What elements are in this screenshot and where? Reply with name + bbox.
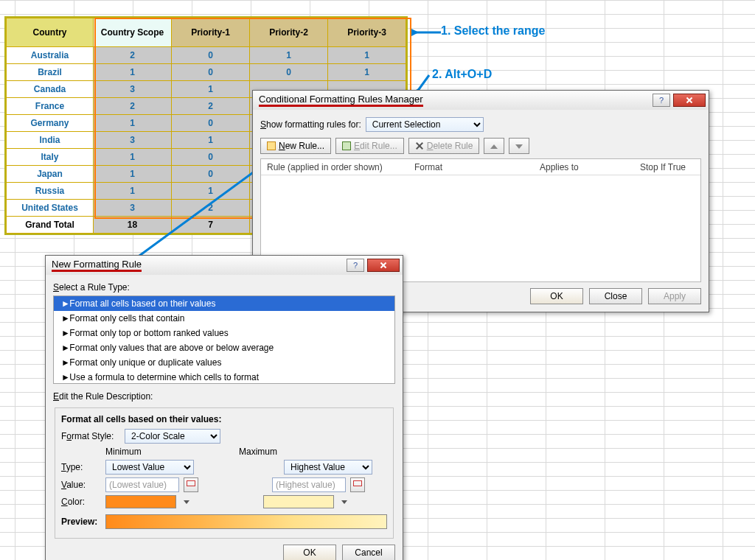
new-rule-icon [267,141,276,150]
apply-button[interactable]: Apply [648,288,701,304]
rule-type-item[interactable]: ► Format only values that are above or b… [54,340,394,355]
min-type-select[interactable]: Lowest Value [105,460,194,475]
col-header-p3[interactable]: Priority-3 [328,18,406,47]
rule-type-item[interactable]: ► Format only unique or duplicate values [54,355,394,370]
edit-rule-icon [342,141,351,150]
close-button[interactable]: Close [589,288,642,304]
dialog-title: New Formatting Rule [52,259,347,272]
ok-button[interactable]: OK [283,545,336,560]
description-heading: Format all cells based on their values: [61,414,387,424]
table-row: Australia2011 [7,47,406,64]
preview-gradient [105,514,387,529]
chevron-down-icon [184,500,189,504]
min-value-input [105,477,179,492]
chevron-up-icon [490,144,498,149]
select-rule-type-label: Select a Rule Type: [53,282,130,293]
max-value-input [272,477,346,492]
maximum-label: Maximum [239,447,387,457]
chevron-down-icon [515,144,523,149]
col-header-scope[interactable]: Country Scope [94,18,172,47]
minimum-label: Minimum [61,447,209,457]
type-label: Type: [61,462,101,472]
min-color-picker[interactable] [105,495,176,508]
value-label: Value: [61,480,101,490]
delete-rule-button[interactable]: Delete Rule [408,138,480,154]
col-header-country[interactable]: Country [7,18,94,47]
rule-type-item[interactable]: ► Use a formula to determine which cells… [54,370,394,384]
rule-type-item[interactable]: ► Format all cells based on their values [54,296,394,311]
max-color-picker[interactable] [263,495,334,508]
max-type-select[interactable]: Highest Value [284,460,372,475]
annotation-step1: 1. Select the range [441,24,545,38]
edit-description-label: Edit the Rule Description: [53,391,153,402]
cancel-button[interactable]: Cancel [342,545,395,560]
help-button[interactable]: ? [347,259,364,272]
dialog-title: Conditional Formatting Rules Manager [259,94,653,107]
new-rule-button[interactable]: New Rule... [260,138,331,154]
show-rules-select[interactable]: Current Selection [366,117,484,132]
edit-rule-button[interactable]: Edit Rule... [335,138,404,154]
format-style-label: Format Style: [61,431,120,441]
rule-description-group: Format all cells based on their values: … [55,407,394,539]
col-header-p2[interactable]: Priority-2 [250,18,328,47]
rule-type-item[interactable]: ► Format only top or bottom ranked value… [54,326,394,340]
close-button[interactable] [673,94,706,107]
move-down-button[interactable] [509,138,529,154]
ok-button[interactable]: OK [530,288,583,304]
rule-type-item[interactable]: ► Format only cells that contain [54,311,394,326]
chevron-down-icon [341,500,347,504]
col-applies: Applies to [534,162,634,172]
table-row: Brazil1001 [7,64,406,81]
show-rules-label: Show formatting rules for: [260,119,361,130]
preview-label: Preview: [61,517,101,527]
rule-type-list[interactable]: ► Format all cells based on their values… [53,295,395,384]
close-button[interactable] [367,259,400,272]
help-button[interactable]: ? [653,94,670,107]
col-stop: Stop If True [634,162,700,172]
move-up-button[interactable] [484,138,504,154]
annotation-step2: 2. Alt+O+D [432,68,492,81]
col-rule: Rule (applied in order shown) [261,162,408,172]
range-picker-button[interactable] [350,477,365,492]
dialog-new-rule[interactable]: New Formatting Rule ? Select a Rule Type… [45,255,403,560]
range-picker-button[interactable] [184,477,198,492]
col-header-p1[interactable]: Priority-1 [172,18,250,47]
col-format: Format [408,162,534,172]
color-label: Color: [61,497,101,507]
format-style-select[interactable]: 2-Color Scale [125,429,220,444]
delete-rule-icon [415,141,424,150]
